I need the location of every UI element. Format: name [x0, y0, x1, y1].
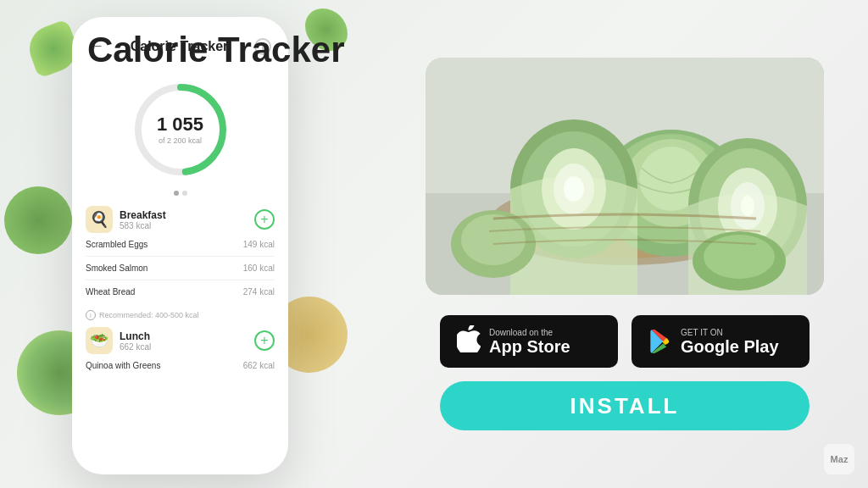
- dot-2: [182, 191, 187, 196]
- calorie-goal: of 2 200 kcal: [157, 136, 203, 145]
- lunch-add-button[interactable]: +: [254, 330, 275, 351]
- calorie-section: 1 055 of 2 200 kcal: [72, 65, 288, 187]
- breakfast-kcal: 583 kcal: [120, 221, 166, 230]
- calorie-text: 1 055 of 2 200 kcal: [157, 114, 203, 145]
- food-name-eggs: Scrambled Eggs: [86, 240, 147, 249]
- food-item-eggs: Scrambled Eggs 149 kcal: [86, 236, 275, 252]
- lunch-title-block: Lunch 662 kcal: [120, 330, 151, 352]
- food-cals-quinoa: 662 kcal: [243, 361, 275, 370]
- breakfast-add-button[interactable]: +: [254, 209, 275, 230]
- app-store-line1: Download on the: [489, 328, 570, 337]
- recommended-text: Recommended: 400-500 kcal: [99, 311, 199, 319]
- breakfast-section: 🍳 Breakfast 583 kcal + Scrambled Eggs 14…: [72, 206, 288, 300]
- phone-mockup: ← Calorie Tracker i 1 055 of 2 200 kcal: [72, 17, 288, 474]
- install-label: INSTALL: [570, 393, 680, 419]
- google-play-text: GET IT ON Google Play: [681, 328, 779, 356]
- apple-icon: [457, 325, 481, 358]
- food-name-bread: Wheat Bread: [86, 287, 135, 297]
- breakfast-title: Breakfast: [120, 209, 166, 221]
- lunch-header: 🥗 Lunch 662 kcal +: [86, 327, 275, 354]
- lunch-icon: 🥗: [86, 327, 113, 354]
- lunch-kcal: 662 kcal: [120, 342, 151, 352]
- breakfast-icon: 🍳: [86, 206, 113, 233]
- divider-2: [86, 280, 275, 280]
- food-item-salmon: Smoked Salmon 160 kcal: [86, 260, 275, 276]
- store-buttons: Download on the App Store GET IT ON Goog…: [440, 315, 810, 368]
- svg-point-14: [741, 196, 754, 216]
- app-store-text: Download on the App Store: [489, 328, 570, 356]
- lunch-section: 🥗 Lunch 662 kcal + Quinoa with Greens 66…: [72, 327, 288, 374]
- right-section: Download on the App Store GET IT ON Goog…: [381, 0, 868, 488]
- title-area: Calorie Tracker: [87, 32, 345, 68]
- deco-leaf-3: [4, 186, 72, 254]
- food-item-quinoa: Quinoa with Greens 662 kcal: [86, 358, 275, 374]
- google-play-icon: [648, 330, 672, 353]
- breakfast-title-block: Breakfast 583 kcal: [120, 209, 166, 230]
- breakfast-header: 🍳 Breakfast 583 kcal +: [86, 206, 275, 233]
- google-play-line2: Google Play: [681, 337, 779, 356]
- google-play-button[interactable]: GET IT ON Google Play: [632, 315, 810, 368]
- maz-logo: Maz: [824, 444, 854, 474]
- lunch-title: Lunch: [120, 330, 151, 342]
- app-store-line2: App Store: [489, 337, 570, 356]
- recommended-section: i Recommended: 400-500 kcal: [72, 307, 288, 327]
- lunch-left: 🥗 Lunch 662 kcal: [86, 327, 151, 354]
- app-title: Calorie Tracker: [87, 30, 345, 69]
- food-cals-salmon: 160 kcal: [243, 263, 275, 273]
- food-name-salmon: Smoked Salmon: [86, 263, 147, 273]
- app-store-button[interactable]: Download on the App Store: [440, 315, 618, 368]
- food-cals-eggs: 149 kcal: [243, 240, 275, 249]
- svg-point-19: [564, 176, 584, 202]
- food-cals-bread: 274 kcal: [243, 287, 275, 297]
- svg-point-21: [461, 214, 526, 265]
- dot-1: [174, 191, 179, 196]
- divider-1: [86, 256, 275, 257]
- breakfast-left: 🍳 Breakfast 583 kcal: [86, 206, 166, 233]
- food-name-quinoa: Quinoa with Greens: [86, 361, 160, 370]
- page-dots: [72, 187, 288, 206]
- calorie-current: 1 055: [157, 114, 203, 135]
- recommended-icon: i: [86, 310, 96, 320]
- install-button[interactable]: INSTALL: [440, 381, 810, 430]
- calorie-circle: 1 055 of 2 200 kcal: [130, 79, 231, 180]
- food-item-bread: Wheat Bread 274 kcal: [86, 284, 275, 300]
- google-play-line1: GET IT ON: [681, 328, 779, 337]
- food-image: [426, 58, 824, 295]
